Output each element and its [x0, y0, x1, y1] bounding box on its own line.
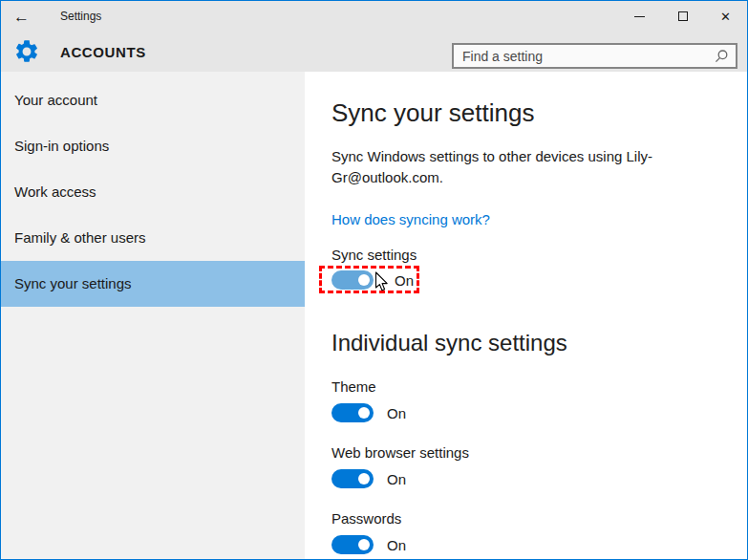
sync-description-line1: Sync Windows settings to other devices u… [331, 146, 728, 167]
search-box[interactable] [452, 43, 737, 69]
minimize-button[interactable] [618, 1, 661, 32]
top-band: ← Settings ✕ ACCOUNTS [1, 1, 747, 72]
sync-description: Sync Windows settings to other devices u… [331, 146, 728, 188]
sidebar: Your account Sign-in options Work access… [1, 72, 305, 559]
web-browser-label: Web browser settings [331, 444, 728, 461]
sync-settings-label: Sync settings [331, 247, 728, 263]
individual-sync-heading: Individual sync settings [331, 330, 728, 356]
settings-window: ← Settings ✕ ACCOUNTS [0, 0, 748, 560]
sidebar-item-your-account[interactable]: Your account [1, 77, 305, 123]
theme-state: On [387, 405, 406, 421]
title-bar: ← Settings ✕ [1, 1, 747, 32]
window-body: Your account Sign-in options Work access… [1, 72, 747, 559]
theme-toggle[interactable] [331, 403, 374, 422]
web-browser-toggle[interactable] [331, 469, 374, 488]
maximize-icon [678, 11, 688, 21]
sync-description-line2: Gr@outlook.com. [331, 167, 728, 188]
back-arrow-icon: ← [13, 8, 30, 26]
back-button[interactable]: ← [13, 9, 32, 25]
passwords-label: Passwords [331, 510, 728, 527]
sync-settings-toggle-row: On [331, 270, 414, 290]
toggle-knob [358, 539, 370, 550]
toggle-knob [358, 473, 370, 485]
sync-item-theme: Theme On [331, 378, 728, 422]
sync-settings-state: On [395, 272, 414, 289]
web-browser-state: On [387, 471, 406, 487]
gear-icon [13, 38, 40, 65]
search-input[interactable] [454, 49, 714, 64]
sync-settings-toggle[interactable] [331, 270, 374, 290]
cursor-arrow-icon [374, 271, 389, 292]
header-row: ACCOUNTS [1, 32, 747, 72]
window-controls: ✕ [618, 1, 747, 32]
sidebar-item-family-other-users[interactable]: Family & other users [1, 215, 305, 261]
sidebar-item-work-access[interactable]: Work access [1, 169, 305, 215]
minimize-icon [634, 16, 645, 17]
sync-item-web-browser: Web browser settings On [331, 444, 728, 488]
search-icon [714, 49, 729, 64]
toggle-knob [358, 407, 370, 419]
sidebar-item-sync-your-settings[interactable]: Sync your settings [1, 261, 305, 307]
maximize-button[interactable] [661, 1, 704, 32]
toggle-knob [358, 274, 370, 286]
page-heading: Sync your settings [331, 98, 728, 127]
sidebar-item-sign-in-options[interactable]: Sign-in options [1, 123, 305, 169]
passwords-state: On [387, 537, 406, 553]
passwords-toggle[interactable] [331, 535, 374, 554]
close-button[interactable]: ✕ [704, 1, 747, 32]
how-syncing-works-link[interactable]: How does syncing work? [331, 211, 490, 227]
window-title: Settings [60, 10, 101, 23]
main-content: Sync your settings Sync Windows settings… [305, 72, 747, 559]
page-title: ACCOUNTS [60, 44, 146, 60]
theme-label: Theme [331, 378, 728, 395]
sync-item-passwords: Passwords On [331, 510, 728, 554]
close-icon: ✕ [720, 11, 731, 23]
